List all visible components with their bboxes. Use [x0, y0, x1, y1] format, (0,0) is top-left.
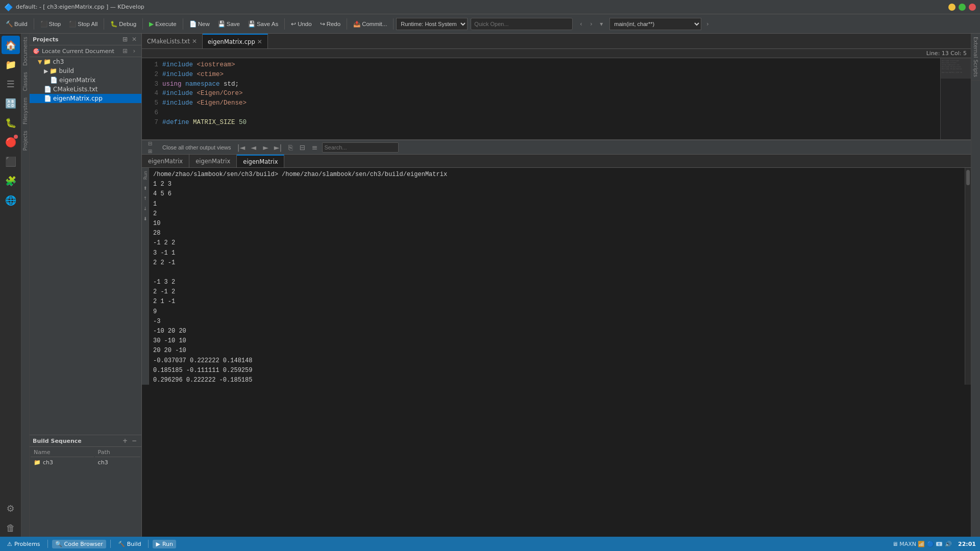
scroll-to-bottom-button[interactable]: ⬇ — [142, 214, 151, 224]
external-scripts-label[interactable]: External Scripts — [971, 34, 980, 81]
output-content[interactable]: /home/zhao/slambook/sen/ch3/build> /home… — [149, 168, 965, 385]
redo-button[interactable]: ↪ Redo — [316, 19, 345, 29]
debug-panel-icon[interactable]: 🐛 — [2, 113, 20, 132]
locate-option2[interactable]: › — [130, 47, 138, 55]
goto-prev-button[interactable]: ◄ — [249, 142, 259, 153]
tree-item-eigenmatrix-cpp[interactable]: 📄 eigenMatrix.cpp — [30, 94, 141, 103]
separator — [142, 18, 143, 30]
run-vert-label[interactable]: Run — [142, 168, 149, 183]
globe-icon[interactable]: 🌐 — [2, 191, 20, 209]
notifications-icon[interactable]: 🔴 — [2, 133, 20, 151]
trash-icon[interactable]: 🗑 — [2, 518, 20, 537]
goto-next-button[interactable]: ► — [261, 142, 271, 153]
stop-all-button[interactable]: ⬛ Stop All — [65, 19, 101, 29]
tree-item-build[interactable]: ▶ 📁 build — [30, 66, 141, 76]
close-all-output-button[interactable]: Close all other output views — [159, 144, 234, 151]
goto-last-button[interactable]: ►| — [273, 142, 283, 153]
output-line: 10 — [153, 219, 961, 229]
list-icon[interactable]: ☰ — [2, 74, 20, 93]
tree-item-cmakelists[interactable]: 📄 CMakeLists.txt — [30, 85, 141, 94]
close-panel-button[interactable]: ✕ — [130, 35, 138, 43]
scrollbar-thumb[interactable] — [966, 170, 970, 185]
tab-cmakelists-close[interactable]: ✕ — [192, 38, 197, 45]
remove-build-button[interactable]: − — [130, 437, 138, 445]
puzzle-icon[interactable]: 🧩 — [2, 171, 20, 190]
run-status[interactable]: ▶ Run — [153, 540, 176, 548]
copy-button[interactable]: ⎘ — [285, 142, 296, 153]
runtime-selector[interactable]: Runtime: Host System — [396, 18, 468, 30]
save-button[interactable]: 💾 Save — [214, 19, 243, 29]
output-line: 3 -1 1 — [153, 248, 961, 258]
locate-option1[interactable]: ⊞ — [121, 47, 129, 55]
projects-vert-label[interactable]: Projects — [21, 128, 29, 154]
status-bar: ⚠ Problems 🔍 Code Browser 🔨 Build ▶ Run … — [0, 537, 980, 551]
output-search-input[interactable] — [322, 142, 399, 153]
func-nav-button[interactable]: › — [702, 19, 713, 29]
nav-dropdown-button[interactable]: ▾ — [596, 19, 606, 29]
new-button[interactable]: 📄 New — [186, 19, 213, 29]
maximize-button[interactable] — [959, 4, 966, 11]
nav-back-button[interactable]: ‹ — [576, 19, 586, 29]
problems-status[interactable]: ⚠ Problems — [4, 540, 43, 548]
expand-all-button[interactable]: ⊞ — [145, 147, 155, 155]
scroll-down-button[interactable]: ↓ — [142, 204, 151, 214]
save-as-button[interactable]: 💾 Save As — [244, 19, 282, 29]
minimize-button[interactable] — [948, 4, 955, 11]
navigation-arrows: ‹ › ▾ — [576, 19, 606, 29]
terminal-icon[interactable]: ⬛ — [2, 152, 20, 170]
output-tab-3[interactable]: eigenMatrix — [237, 155, 284, 167]
tab-eigenmatrix-close[interactable]: ✕ — [257, 38, 262, 45]
filesystem-label[interactable]: Filesystem — [21, 94, 29, 128]
scroll-to-top-button[interactable]: ⬆ — [142, 183, 151, 193]
output-line — [153, 268, 961, 278]
undo-button[interactable]: ↩ Undo — [287, 19, 315, 29]
close-button[interactable] — [969, 4, 976, 11]
classes-icon[interactable]: 🔠 — [2, 94, 20, 112]
code-line-1: 1 #include <iostream> — [146, 60, 936, 70]
code-browser-status[interactable]: 🔍 Code Browser — [52, 540, 106, 548]
home-icon[interactable]: 🏠 — [2, 36, 20, 54]
scroll-up-button[interactable]: ↑ — [142, 193, 151, 204]
code-line-2: 2 #include <ctime> — [146, 70, 936, 80]
function-selector[interactable]: main(int, char**) — [609, 18, 701, 30]
separator — [347, 18, 347, 30]
output-tabs: eigenMatrix eigenMatrix eigenMatrix — [142, 155, 971, 168]
output-tab-1[interactable]: eigenMatrix — [142, 155, 189, 167]
add-build-button[interactable]: + — [121, 437, 129, 445]
execute-button[interactable]: ▶ Execute — [145, 19, 180, 29]
window-controls — [948, 4, 976, 11]
debug-button[interactable]: 🐛 Debug — [107, 19, 140, 29]
projects-header: Projects ⊞ ✕ — [30, 34, 141, 45]
options-button[interactable]: ≡ — [310, 142, 320, 153]
stop-all-icon: ⬛ — [69, 20, 76, 28]
float-button[interactable]: ⊞ — [121, 35, 129, 43]
scroll-set2: ⬇ — [142, 214, 151, 224]
build-path-cell: ch3 — [95, 458, 140, 467]
classes-label[interactable]: Classes — [21, 69, 29, 94]
tab-eigenmatrix-cpp[interactable]: eigenMatrix.cpp ✕ — [203, 34, 268, 48]
build-button[interactable]: 🔨 Build — [2, 19, 31, 29]
output-scrollbar[interactable] — [965, 168, 971, 385]
nav-forward-button[interactable]: › — [586, 19, 596, 29]
output-tab-2[interactable]: eigenMatrix — [189, 155, 237, 167]
goto-first-button[interactable]: |◄ — [236, 142, 247, 153]
files-icon[interactable]: 📁 — [2, 55, 20, 73]
documents-label[interactable]: Documents — [21, 34, 29, 69]
commit-button[interactable]: 📤 Commit... — [350, 19, 390, 29]
code-section: 1 #include <iostream> 2 #include <ctime>… — [142, 58, 971, 140]
tab-cmakelists[interactable]: CMakeLists.txt ✕ — [142, 34, 203, 48]
filter-button[interactable]: ⊟ — [298, 142, 308, 153]
quick-open-input[interactable] — [471, 18, 573, 30]
separator — [183, 18, 183, 30]
code-line-3: 3 using namespace std; — [146, 80, 936, 89]
status-right: 🖥 MAXN 📶 🔵 📧 🔊 22:01 — [892, 541, 976, 547]
build-status[interactable]: 🔨 Build — [115, 540, 144, 548]
code-editor[interactable]: 1 #include <iostream> 2 #include <ctime>… — [142, 58, 940, 139]
tree-item-ch3[interactable]: ▼ 📁 ch3 — [30, 57, 141, 66]
output-line-path: /home/zhao/slambook/sen/ch3/build> /home… — [153, 170, 961, 180]
stop-button[interactable]: ⬛ Stop — [37, 19, 65, 29]
build-seq-row[interactable]: 📁ch3 ch3 — [31, 458, 140, 467]
tree-item-eigenmatrix[interactable]: 📄 eigenMatrix — [30, 76, 141, 85]
collapse-all-button[interactable]: ⊟ — [145, 140, 155, 147]
settings-icon[interactable]: ⚙ — [2, 499, 20, 517]
